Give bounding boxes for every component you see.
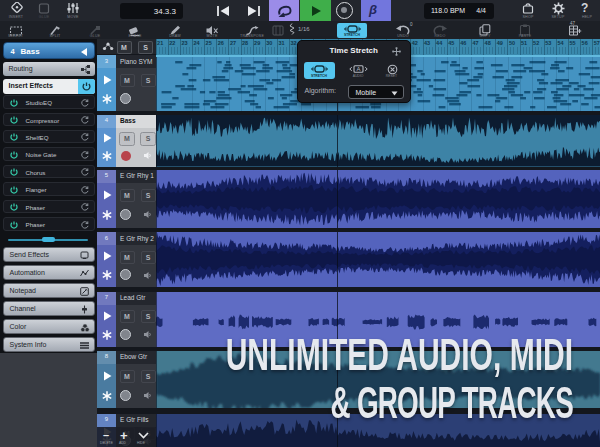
svg-text:A: A [356, 66, 360, 72]
